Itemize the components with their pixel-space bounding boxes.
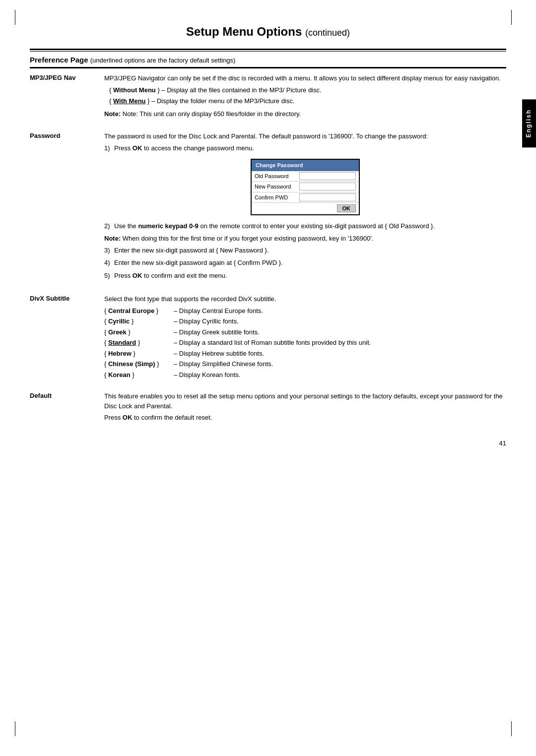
page-number: 41 xyxy=(30,440,506,447)
divx-central-europe: { Central Europe } – Display Central Eur… xyxy=(104,306,506,316)
dialog-confirm-pwd-row: Confirm PWD xyxy=(252,192,359,203)
default-instruction: Press OK to confirm the default reset. xyxy=(104,413,506,423)
password-row: Password The password is used for the Di… xyxy=(30,131,506,283)
content-area: MP3/JPEG Nav MP3/JPEG Navigator can only… xyxy=(30,73,506,425)
password-step3: 3) Enter the new six-digit password at {… xyxy=(104,246,506,255)
preference-heading: Preference Page xyxy=(30,56,88,64)
divx-cyrillic: { Cyrillic } – Display Cyrillic fonts. xyxy=(104,316,506,326)
divx-subtitle-row: DivX Subtitle Select the font type that … xyxy=(30,294,506,380)
mp3-with-menu: { With Menu } – Display the folder menu … xyxy=(109,96,506,106)
corner-mark-br xyxy=(511,721,521,736)
preference-subtitle: (underlined options are the factory defa… xyxy=(90,57,236,64)
mp3-jpeg-nav-row: MP3/JPEG Nav MP3/JPEG Navigator can only… xyxy=(30,73,506,121)
default-desc: This feature enables you to reset all th… xyxy=(104,391,506,411)
divx-korean: { Korean } – Display Korean fonts. xyxy=(104,370,506,380)
default-row: Default This feature enables you to rese… xyxy=(30,391,506,425)
thick-rule xyxy=(30,49,506,50)
mp3-jpeg-nav-content: MP3/JPEG Navigator can only be set if th… xyxy=(104,73,506,121)
password-content: The password is used for the Disc Lock a… xyxy=(104,131,506,283)
mp3-without-menu: { Without Menu } – Display all the files… xyxy=(109,85,506,95)
divx-standard: { Standard } – Display a standard list o… xyxy=(104,338,506,348)
mp3-jpeg-nav-desc: MP3/JPEG Navigator can only be set if th… xyxy=(104,73,506,83)
divx-hebrew: { Hebrew } – Display Hebrew subtitle fon… xyxy=(104,349,506,359)
confirm-pwd-label: Confirm PWD xyxy=(255,193,299,202)
title-text: Setup Menu Options xyxy=(186,25,302,38)
change-password-dialog: Change Password Old Password New Passwor… xyxy=(251,159,360,215)
password-label: Password xyxy=(30,131,104,139)
corner-mark-bl xyxy=(15,721,25,736)
with-menu-key: With Menu xyxy=(113,97,146,105)
old-password-input[interactable] xyxy=(299,172,356,180)
default-content: This feature enables you to reset all th… xyxy=(104,391,506,425)
password-note: Note: When doing this for the first time… xyxy=(104,234,506,244)
divx-subtitle-content: Select the font type that supports the r… xyxy=(104,294,506,380)
new-password-input[interactable] xyxy=(299,183,356,190)
english-tab: English xyxy=(522,99,536,147)
dialog-title: Change Password xyxy=(252,160,359,171)
page-container: English Setup Menu Options (continued) P… xyxy=(0,0,536,756)
mp3-note: Note: Note: This unit can only display 6… xyxy=(104,109,506,119)
confirm-pwd-input[interactable] xyxy=(299,193,356,201)
page-title: Setup Menu Options (continued) xyxy=(30,25,506,39)
preference-page-header: Preference Page (underlined options are … xyxy=(30,52,506,67)
new-password-label: New Password xyxy=(255,183,299,191)
corner-mark-tl xyxy=(15,10,25,25)
mp3-jpeg-nav-label: MP3/JPEG Nav xyxy=(30,73,104,81)
divx-greek: { Greek } – Display Greek subtitle fonts… xyxy=(104,327,506,337)
old-password-label: Old Password xyxy=(255,172,299,181)
mp3-note-text: Note: This unit can only display 650 fil… xyxy=(123,110,301,118)
password-step5: 5) Press OK to confirm and exit the menu… xyxy=(104,271,506,281)
password-step2: 2) Use the numeric keypad 0-9 on the rem… xyxy=(104,221,506,231)
corner-mark-tr xyxy=(511,10,521,25)
dialog-new-password-row: New Password xyxy=(252,182,359,192)
dialog-ok-row: OK xyxy=(252,203,359,214)
title-continued: (continued) xyxy=(305,28,350,38)
dialog-old-password-row: Old Password xyxy=(252,171,359,182)
divx-intro: Select the font type that supports the r… xyxy=(104,294,506,304)
dialog-ok-button[interactable]: OK xyxy=(337,204,356,212)
password-desc: The password is used for the Disc Lock a… xyxy=(104,131,506,141)
password-step1: 1) Press OK to access the change passwor… xyxy=(104,143,506,153)
default-label: Default xyxy=(30,391,104,399)
divx-subtitle-label: DivX Subtitle xyxy=(30,294,104,302)
divx-chinese-simp: { Chinese (Simp) } – Display Simplified … xyxy=(104,359,506,369)
password-step4: 4) Enter the new six-digit password agai… xyxy=(104,258,506,268)
thick-rule-2 xyxy=(30,67,506,68)
without-menu-key: Without Menu xyxy=(113,86,156,94)
